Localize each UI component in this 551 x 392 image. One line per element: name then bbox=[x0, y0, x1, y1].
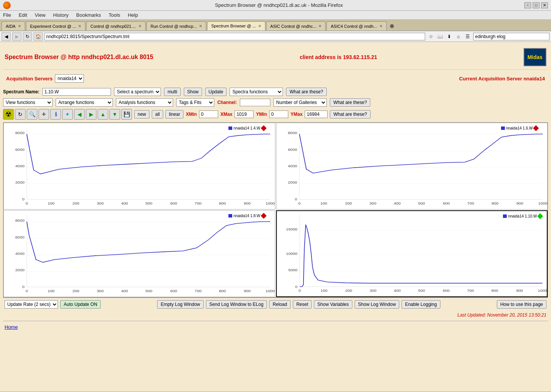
what-are-these-2-button[interactable]: What are these? bbox=[330, 98, 370, 107]
svg-text:600: 600 bbox=[170, 201, 177, 205]
ymin-input[interactable] bbox=[269, 110, 288, 118]
svg-text:900: 900 bbox=[516, 201, 523, 205]
reload-nav-button[interactable]: ↻ bbox=[23, 32, 32, 41]
info-icon[interactable]: ℹ bbox=[50, 109, 61, 120]
spectra-functions-select[interactable]: Spectra functions bbox=[230, 88, 283, 96]
spectrum-name-input[interactable] bbox=[42, 88, 111, 96]
home-nav-button[interactable]: 🏠 bbox=[34, 32, 43, 41]
menu-edit[interactable]: Edit bbox=[17, 11, 29, 19]
minimize-button[interactable]: − bbox=[524, 2, 531, 8]
channel-input[interactable] bbox=[240, 99, 270, 106]
arrow-down-icon[interactable]: ▼ bbox=[109, 109, 120, 120]
new-tab-button[interactable]: ⊕ bbox=[387, 21, 397, 30]
number-galleries-select[interactable]: Number of Galleries bbox=[273, 98, 327, 107]
tab-close-run[interactable]: ✕ bbox=[199, 24, 202, 28]
reset-button[interactable]: Reset bbox=[293, 300, 312, 309]
radiation-icon[interactable]: ☢ bbox=[3, 109, 14, 120]
how-to-use-button[interactable]: How to use this page bbox=[497, 300, 546, 309]
tab-close-asic4[interactable]: ✕ bbox=[379, 24, 382, 28]
menu-file[interactable]: File bbox=[2, 11, 13, 19]
tab-close-control[interactable]: ✕ bbox=[138, 24, 141, 28]
tags-fits-select[interactable]: Tags & Fits bbox=[176, 98, 214, 107]
enable-logging-button[interactable]: Enable Logging bbox=[402, 300, 440, 309]
download-icon[interactable]: ⬇ bbox=[445, 32, 453, 41]
arrow-up-icon[interactable]: ▲ bbox=[98, 109, 108, 120]
show-button[interactable]: Show bbox=[184, 88, 202, 96]
menu-bookmarks[interactable]: Bookmarks bbox=[75, 11, 103, 19]
arrange-functions-select[interactable]: Arrange functions bbox=[56, 98, 113, 107]
zoom-in-icon[interactable]: 🔍 bbox=[27, 109, 37, 120]
analysis-functions-select[interactable]: Analysis functions bbox=[116, 98, 173, 107]
chart-legend-square-1 bbox=[228, 126, 232, 130]
svg-text:6000: 6000 bbox=[15, 148, 25, 152]
new-button[interactable]: new bbox=[134, 110, 149, 118]
menu-history[interactable]: History bbox=[51, 11, 70, 19]
reload-button[interactable]: Reload bbox=[269, 300, 291, 309]
all-button[interactable]: all bbox=[152, 110, 163, 118]
show-log-button[interactable]: Show Log Window bbox=[355, 300, 399, 309]
acquisition-bar: Acquisition Servers nnaida14 Current Acq… bbox=[3, 73, 548, 84]
crosshair-icon[interactable]: ✛ bbox=[39, 109, 49, 120]
client-address: client address is 193.62.115.21 bbox=[300, 54, 377, 60]
window-controls[interactable]: − □ ✕ bbox=[524, 2, 548, 8]
tab-close-aida[interactable]: ✕ bbox=[18, 24, 21, 28]
tab-asic4-control[interactable]: ASIC4 Control @ nndh... ✕ bbox=[326, 21, 386, 30]
svg-text:400: 400 bbox=[394, 201, 400, 205]
acquisition-server-select[interactable]: nnaida14 bbox=[55, 74, 84, 83]
close-button[interactable]: ✕ bbox=[541, 2, 548, 8]
chart-panel-3[interactable]: 0 2000 4000 6000 8000 0 100 200 300 400 … bbox=[3, 210, 275, 297]
tab-spectrum-browser[interactable]: Spectrum Browser @ ... ✕ bbox=[207, 21, 265, 30]
ymax-input[interactable] bbox=[305, 110, 328, 118]
tab-control[interactable]: Control @ nndhcp021.... ✕ bbox=[86, 21, 145, 30]
empty-log-button[interactable]: Empty Log Window bbox=[157, 300, 203, 309]
view-functions-select[interactable]: View functions bbox=[3, 98, 53, 107]
firefox-icon bbox=[3, 2, 11, 9]
send-log-button[interactable]: Send Log Window to ELog bbox=[206, 300, 267, 309]
svg-text:800: 800 bbox=[491, 289, 498, 293]
xmax-input[interactable] bbox=[235, 110, 254, 118]
svg-text:4000: 4000 bbox=[288, 164, 297, 168]
what-are-these-1-button[interactable]: What are these? bbox=[286, 88, 326, 96]
menu-help[interactable]: Help bbox=[126, 11, 140, 19]
search-input[interactable] bbox=[473, 33, 549, 40]
chart-panel-4[interactable]: 0 5000 10000 15000 0 100 200 300 400 500… bbox=[276, 210, 548, 297]
what-are-these-3-button[interactable]: What are these? bbox=[330, 110, 370, 118]
menu-tools[interactable]: Tools bbox=[107, 11, 122, 19]
arrow-right-icon[interactable]: ▶ bbox=[86, 109, 96, 120]
auto-update-button[interactable]: Auto Update ON bbox=[60, 300, 101, 309]
arrow-left-icon[interactable]: ◀ bbox=[74, 109, 85, 120]
tab-close-asic[interactable]: ✕ bbox=[318, 24, 321, 28]
forward-button[interactable]: ▶ bbox=[12, 32, 21, 41]
update-rate-select[interactable]: Update Rate (2 secs) bbox=[5, 300, 58, 309]
menu-icon[interactable]: ☰ bbox=[463, 32, 472, 41]
chart-diamond-3 bbox=[260, 213, 267, 219]
tab-asic-control[interactable]: ASIC Control @ nndhc... ✕ bbox=[266, 21, 326, 30]
chart-panel-2[interactable]: 0 2000 4000 6000 8000 0 100 200 300 400 … bbox=[276, 123, 548, 210]
settings-icon[interactable]: ✦ bbox=[62, 109, 73, 120]
show-variables-button[interactable]: Show Variables bbox=[314, 300, 352, 309]
home-icon2[interactable]: ⌂ bbox=[454, 32, 463, 41]
home-link[interactable]: Home bbox=[5, 324, 18, 330]
svg-text:900: 900 bbox=[516, 289, 523, 293]
maximize-button[interactable]: □ bbox=[533, 2, 540, 8]
menu-view[interactable]: View bbox=[33, 11, 47, 19]
update-button[interactable]: Update bbox=[205, 88, 227, 96]
tab-experiment-control[interactable]: Experiment Control @ ... ✕ bbox=[26, 21, 86, 30]
multi-button[interactable]: multi bbox=[164, 88, 180, 96]
tab-run-control[interactable]: Run Control @ nndhcp... ✕ bbox=[146, 21, 206, 30]
xmin-input[interactable] bbox=[199, 110, 218, 118]
bookmark-star-icon[interactable]: ☆ bbox=[427, 32, 435, 41]
window-title: Spectrum Browser @ nndhcp021.dl.ac.uk - … bbox=[34, 2, 524, 8]
linear-button[interactable]: linear bbox=[165, 110, 183, 118]
save-icon[interactable]: 💾 bbox=[121, 109, 132, 120]
back-button[interactable]: ◀ bbox=[2, 32, 11, 41]
url-input[interactable] bbox=[44, 33, 425, 40]
svg-text:0: 0 bbox=[295, 285, 297, 288]
refresh-icon[interactable]: ↻ bbox=[15, 109, 26, 120]
select-spectrum-dropdown[interactable]: Select a spectrum bbox=[114, 88, 161, 96]
bookmark-icon[interactable]: 📖 bbox=[436, 32, 444, 41]
tab-aida[interactable]: AIDA ✕ bbox=[2, 21, 25, 30]
tab-close-experiment[interactable]: ✕ bbox=[78, 24, 81, 28]
chart-panel-1[interactable]: 0 2000 4000 6000 8000 0 100 200 300 400 … bbox=[3, 123, 275, 210]
tab-close-spectrum[interactable]: ✕ bbox=[258, 24, 261, 28]
